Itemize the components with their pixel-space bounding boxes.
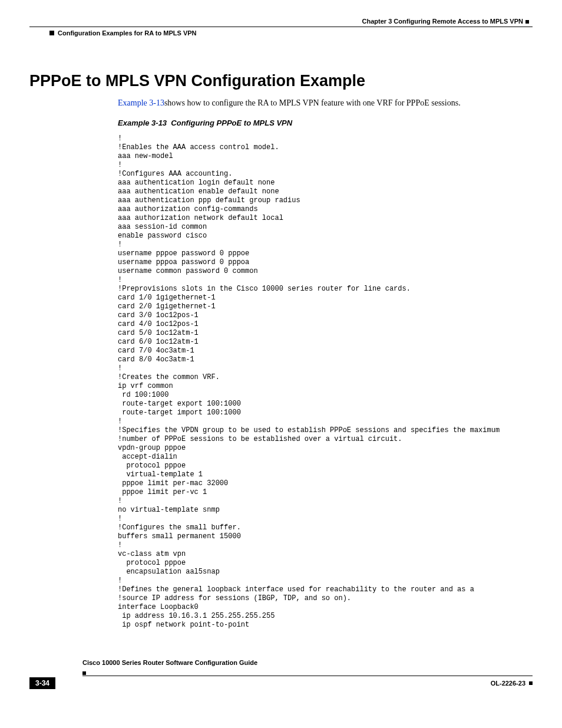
- section-title: PPPoE to MPLS VPN Configuration Example: [29, 72, 533, 90]
- header-end-marker-icon: [525, 20, 529, 24]
- example-caption: Example 3-13 Configuring PPPoE to MPLS V…: [118, 118, 533, 127]
- header-subsection: Configuration Examples for RA to MPLS VP…: [58, 29, 197, 37]
- footer-rule: [82, 676, 533, 676]
- footer-end-marker-icon: [529, 681, 533, 685]
- header-top: Chapter 3 Configuring Remote Access to M…: [29, 18, 533, 25]
- header-sub: Configuration Examples for RA to MPLS VP…: [29, 29, 533, 37]
- page-number-badge: 3-34: [29, 677, 55, 689]
- doc-id: OL-2226-23: [491, 680, 525, 687]
- example-label: Example 3-13: [118, 118, 167, 127]
- code-block: ! !Enables the AAA access control model.…: [118, 134, 533, 630]
- footer-guide-title: Cisco 10000 Series Router Software Confi…: [82, 659, 533, 666]
- header-rule: [29, 27, 533, 27]
- header-start-marker-icon: [49, 31, 54, 35]
- chapter-label: Chapter 3 Configuring Remote Access to M…: [362, 18, 523, 25]
- footer-line-marker-icon: [82, 671, 86, 675]
- intro-paragraph: Example 3-13shows how to configure the R…: [118, 98, 533, 108]
- footer: Cisco 10000 Series Router Software Confi…: [29, 659, 533, 689]
- example-title-text: Configuring PPPoE to MPLS VPN: [171, 118, 292, 127]
- intro-rest: shows how to configure the RA to MPLS VP…: [164, 98, 461, 107]
- example-link[interactable]: Example 3-13: [118, 98, 164, 107]
